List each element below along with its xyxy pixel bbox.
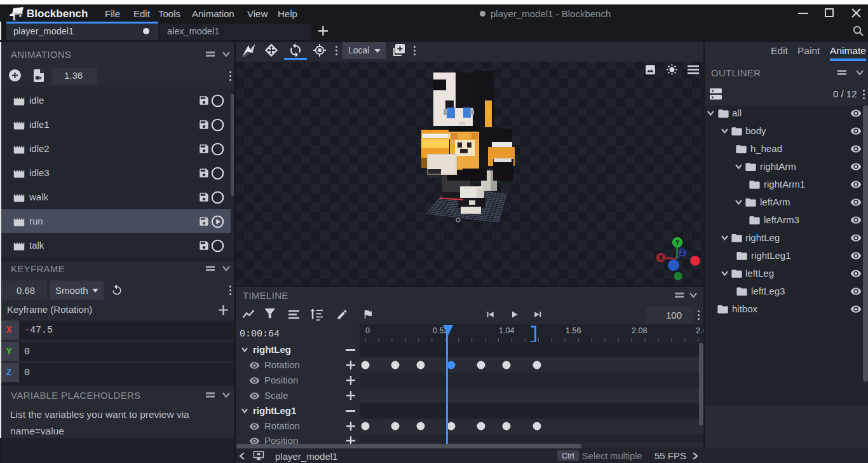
svg-text:Z: Z: [681, 249, 684, 256]
svg-text:X: X: [659, 254, 663, 261]
svg-text:Y: Y: [675, 239, 680, 246]
